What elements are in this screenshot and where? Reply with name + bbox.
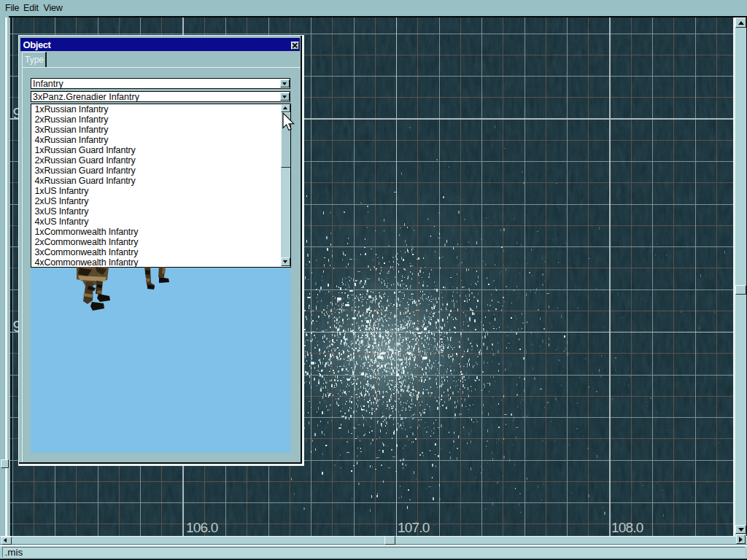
svg-text:107.0: 107.0	[398, 520, 430, 535]
svg-text:108.0: 108.0	[611, 520, 643, 535]
svg-text:106.0: 106.0	[186, 520, 218, 535]
